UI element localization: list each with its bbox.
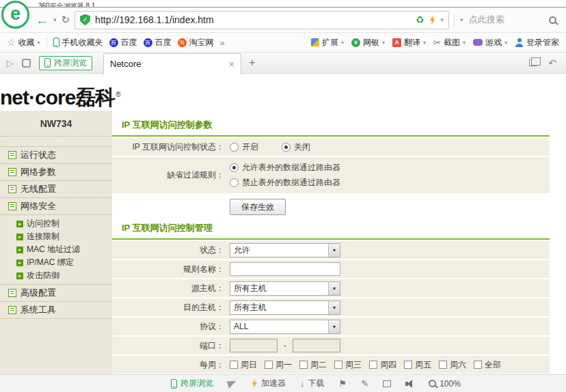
sidebar-item-running-status[interactable]: 运行状态 <box>0 147 112 164</box>
search-icon[interactable] <box>549 16 556 24</box>
chevron-down-icon: ▼ <box>328 282 340 295</box>
weekday-checkbox-sun[interactable]: 周日 <box>230 359 257 371</box>
search-box[interactable]: ▾ 点此搜索 <box>454 8 566 32</box>
app-launcher-icon[interactable] <box>22 59 31 68</box>
close-icon[interactable]: × <box>229 59 234 70</box>
protocol-select[interactable]: ALL ▼ <box>230 320 340 334</box>
radio-option-on[interactable]: 开启 <box>230 141 258 153</box>
url-text[interactable]: http://192.168.1.1/index.htm <box>95 14 411 25</box>
menu-grid-icon <box>8 202 16 210</box>
tile-windows-icon[interactable] <box>529 59 537 66</box>
checkbox-icon[interactable] <box>474 361 482 369</box>
sidebar-item-attack-defense[interactable]: ▸ 攻击防御 <box>0 269 112 282</box>
field-label: 每周： <box>112 359 230 371</box>
checkbox-icon[interactable] <box>230 361 238 369</box>
sidebar-item-access-control[interactable]: ▸ 访问控制 <box>0 217 112 230</box>
download-label: 下载 <box>308 378 325 389</box>
search-engine-chevron-icon[interactable]: ▾ <box>460 16 463 23</box>
gamepad-icon <box>473 39 483 46</box>
cross-screen-label: 跨屏浏览 <box>54 57 87 69</box>
sidebar-item-wireless-config[interactable]: 无线配置 <box>0 181 112 198</box>
sidebar-toggle-icon[interactable]: ▷ <box>7 58 14 68</box>
search-placeholder[interactable]: 点此搜索 <box>469 14 504 26</box>
bird-icon[interactable] <box>228 380 237 387</box>
sidebar-item-connection-limit[interactable]: ▸ 连接限制 <box>0 230 112 243</box>
speed-mode-icon[interactable]: ♻ <box>416 14 424 25</box>
mode-chevron-down-icon[interactable]: ▾ <box>441 16 444 23</box>
bookmark-baidu-1[interactable]: 百 百度 <box>109 37 137 48</box>
report-flag-icon[interactable]: ⚑ <box>339 378 347 389</box>
restore-tab-icon[interactable]: ↶ <box>548 57 556 68</box>
save-button[interactable]: 保存生效 <box>230 199 286 215</box>
sidebar-item-mac-filter[interactable]: ▸ MAC 地址过滤 <box>0 243 112 256</box>
radio-icon[interactable] <box>230 178 239 187</box>
screenshot-menu[interactable]: ✂ 截图 ▾ <box>433 37 466 48</box>
status-select[interactable]: 允许 ▼ <box>230 243 340 257</box>
radio-checked-icon[interactable] <box>282 143 291 152</box>
weekday-checkbox-sat[interactable]: 周六 <box>439 359 466 371</box>
sidebar-item-system-tools[interactable]: 系统工具 <box>0 302 112 319</box>
url-box[interactable]: ✓ http://192.168.1.1/index.htm ♻ ▾ <box>75 11 449 29</box>
rule-name-input[interactable] <box>230 262 340 276</box>
zoom-control[interactable]: 100% <box>429 379 461 389</box>
sidebar-item-label: 高级配置 <box>21 287 56 299</box>
weekday-checkbox-mon[interactable]: 周一 <box>265 359 292 371</box>
section-control-management: IP 互联网访问控制管理 <box>112 219 550 240</box>
games-menu[interactable]: 游戏 ▾ <box>473 37 507 48</box>
pen-icon[interactable]: ✎ <box>361 378 368 389</box>
netbank-label: 网银 <box>363 37 379 48</box>
sidebar-item-ip-mac-binding[interactable]: ▸ IP/MAC 绑定 <box>0 256 112 269</box>
status-cross-screen-button[interactable]: 跨屏浏览 <box>171 378 213 389</box>
back-icon[interactable]: ← <box>36 14 49 27</box>
netbank-menu[interactable]: ¥ 网银 ▾ <box>351 37 385 48</box>
row-weekly: 每周： 周日 周一 周二 周三 <box>112 356 550 374</box>
sidebar-item-network-security[interactable]: 网络安全 <box>0 198 112 215</box>
status-download-button[interactable]: ↓ 下载 <box>300 378 325 389</box>
speaker-icon[interactable] <box>405 380 414 388</box>
puzzle-icon <box>311 38 319 46</box>
more-bookmarks-chevron-icon[interactable]: » <box>220 38 225 48</box>
status-accelerator-button[interactable]: 加速器 <box>251 378 286 389</box>
window-icon[interactable] <box>383 380 391 387</box>
cross-screen-button[interactable]: 跨屏浏览 <box>39 56 92 70</box>
checkbox-icon[interactable] <box>439 361 447 369</box>
port-end-input[interactable] <box>293 339 340 352</box>
lightning-icon[interactable] <box>429 15 436 25</box>
checkbox-icon[interactable] <box>299 361 308 369</box>
cross-screen-label: 跨屏浏览 <box>180 378 213 389</box>
translate-menu[interactable]: A 翻译 ▾ <box>392 37 426 48</box>
bookmark-taobao[interactable]: 淘 淘宝网 <box>178 37 214 48</box>
radio-checked-icon[interactable] <box>230 163 239 172</box>
weekday-checkbox-all[interactable]: 全部 <box>474 359 501 371</box>
sidebar-item-network-params[interactable]: 网络参数 <box>0 164 112 181</box>
extensions-menu[interactable]: 扩展 ▾ <box>311 37 344 48</box>
radio-option-off[interactable]: 关闭 <box>282 141 310 153</box>
window-shape <box>383 380 391 387</box>
source-host-select[interactable]: 所有主机 ▼ <box>230 281 340 296</box>
dest-host-select[interactable]: 所有主机 ▼ <box>230 300 340 315</box>
bookmark-baidu-2[interactable]: 百 百度 <box>144 37 172 48</box>
window-title: 360安全浏览器 8.1 <box>38 2 95 8</box>
tab-netcore[interactable]: Netcore × <box>103 53 241 74</box>
games-label: 游戏 <box>485 37 502 48</box>
favorites-menu[interactable]: ☆ 收藏 ▾ <box>7 37 40 48</box>
sidebar-item-label: 运行状态 <box>21 149 56 161</box>
login-manager-button[interactable]: 登录管家 <box>515 37 559 48</box>
checkbox-icon[interactable] <box>369 361 377 369</box>
sidebar-item-advanced-config[interactable]: 高级配置 <box>0 285 112 302</box>
radio-option-allow[interactable]: 允许表外的数据通过路由器 <box>230 162 340 173</box>
bookmark-mobile-favorites[interactable]: 手机收藏夹 <box>53 37 103 48</box>
weekday-checkbox-tue[interactable]: 周二 <box>299 359 327 371</box>
weekday-checkbox-thu[interactable]: 周四 <box>369 359 396 371</box>
checkbox-icon[interactable] <box>265 361 273 369</box>
radio-icon[interactable] <box>230 143 239 152</box>
refresh-icon[interactable]: ↻ <box>62 14 70 26</box>
port-start-input[interactable] <box>230 339 278 352</box>
history-chevron-down-icon[interactable]: ▾ <box>53 16 57 23</box>
checkbox-icon[interactable] <box>334 361 342 369</box>
new-tab-button[interactable]: + <box>249 56 256 70</box>
weekday-checkbox-wed[interactable]: 周三 <box>334 359 362 371</box>
checkbox-icon[interactable] <box>404 361 412 369</box>
weekday-checkbox-fri[interactable]: 周五 <box>404 359 431 371</box>
radio-option-deny[interactable]: 禁止表外的数据通过路由器 <box>230 177 340 188</box>
